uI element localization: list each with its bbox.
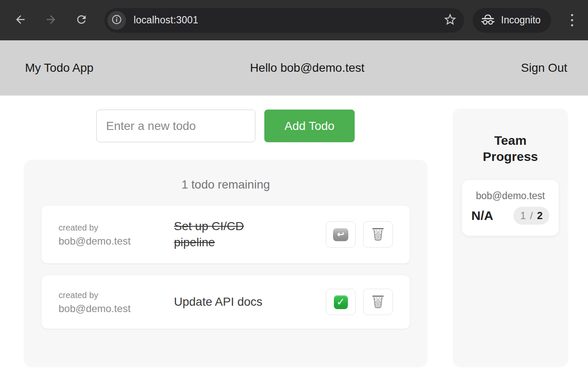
menu-dot [571,14,573,16]
address-bar[interactable]: localhost:3001 [104,8,464,33]
back-button[interactable] [11,11,30,30]
browser-menu-button[interactable] [563,11,580,30]
toggle-complete-button[interactable]: ↩ [326,221,356,248]
sign-out-button[interactable]: Sign Out [521,61,567,75]
created-by-label: created by [59,288,143,302]
arrow-right-icon [45,13,57,27]
created-by-label: created by [59,221,143,234]
todo-text: Set up CI/CD pipeline [174,218,283,251]
wastebasket-icon [372,294,384,310]
bookmark-star-icon[interactable] [443,12,457,28]
team-progress-title: Team Progress [472,132,549,165]
todo-item: created by bob@demo.test Set up CI/CD pi… [41,205,410,264]
todo-list-panel: 1 todo remaining created by bob@demo.tes… [24,160,427,366]
main-content: Add Todo 1 todo remaining created by bob… [0,96,588,383]
progress-total: 2 [537,210,543,221]
todo-meta: created by bob@demo.test [59,221,143,248]
creator-email: bob@demo.test [59,234,143,248]
app-header: My Todo App Hello bob@demo.test Sign Out [0,40,588,96]
progress-completed: 1 [520,210,526,221]
check-mark-icon: ✓ [334,295,348,309]
delete-todo-button[interactable] [363,221,393,248]
page-info-button[interactable] [107,11,126,30]
reload-button[interactable] [72,11,91,30]
team-progress-panel: Team Progress bob@demo.test N/A 1 / 2 [453,109,568,366]
user-greeting: Hello bob@demo.test [250,61,364,75]
wastebasket-icon [372,227,384,242]
add-todo-button[interactable]: Add Todo [264,110,355,142]
todo-actions: ✓ [326,289,393,315]
arrow-left-icon [14,13,27,27]
member-email: bob@demo.test [471,190,549,202]
menu-dot [571,19,573,21]
toggle-complete-button[interactable]: ✓ [326,289,356,315]
new-todo-input[interactable] [96,110,255,142]
refresh-icon [75,13,88,27]
todo-meta: created by bob@demo.test [59,288,143,315]
incognito-label: Incognito [501,14,540,26]
team-member-card: bob@demo.test N/A 1 / 2 [462,180,559,236]
member-status: N/A [471,208,493,223]
menu-dot [571,24,573,26]
todo-text: Update API docs [174,294,283,310]
member-progress-row: N/A 1 / 2 [471,207,549,225]
delete-todo-button[interactable] [363,289,393,315]
todo-actions: ↩ [326,221,393,248]
todos-remaining-text: 1 todo remaining [41,178,410,192]
browser-toolbar: localhost:3001 Incognito [0,0,588,40]
progress-separator: / [530,210,533,221]
url-text: localhost:3001 [134,14,199,26]
incognito-badge: Incognito [473,8,551,33]
todo-item: created by bob@demo.test Update API docs… [41,275,410,329]
creator-email: bob@demo.test [59,302,143,315]
incognito-icon [480,14,496,27]
forward-button[interactable] [41,11,61,30]
progress-badge: 1 / 2 [513,207,549,225]
app-title: My Todo App [25,61,93,75]
info-icon [111,14,122,27]
undo-arrow-icon: ↩ [333,228,348,241]
